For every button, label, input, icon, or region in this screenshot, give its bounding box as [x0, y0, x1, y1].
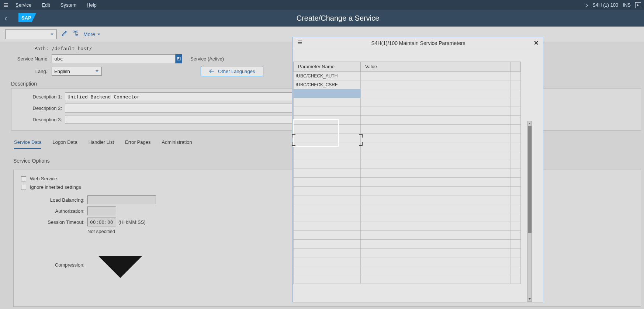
svg-text:SAP: SAP: [21, 15, 31, 21]
param-cell[interactable]: /UBC/CHECK_CSRF: [294, 80, 361, 89]
value-cell[interactable]: [361, 72, 510, 80]
path-value: /default_host/: [52, 46, 92, 51]
title-bar: ‹ SAP Create/Change a Service: [0, 10, 644, 27]
table-row[interactable]: [294, 133, 521, 142]
parameters-dialog: S4H(1)/100 Maintain Service Parameters ✕…: [292, 37, 543, 302]
desc2-label: Description 2:: [11, 105, 65, 111]
table-scrollbar[interactable]: [527, 121, 532, 302]
f4-help-icon[interactable]: [175, 54, 182, 63]
svg-rect-2: [73, 31, 75, 32]
desc3-field[interactable]: [65, 115, 297, 124]
tab-service-data[interactable]: Service Data: [14, 139, 41, 149]
table-row[interactable]: [294, 204, 521, 213]
table-row[interactable]: [294, 195, 521, 204]
menu-bar: Service Edit System Help › S4H (1) 100 I…: [0, 0, 644, 10]
tree-icon[interactable]: [72, 30, 79, 38]
command-field[interactable]: [5, 29, 57, 39]
svg-rect-3: [76, 31, 78, 32]
session-timeout-suffix: (HH:MM:SS): [118, 219, 146, 225]
service-status: Service (Active): [190, 56, 224, 62]
continue-icon[interactable]: ›: [586, 2, 588, 8]
load-balancing-field[interactable]: [87, 195, 156, 204]
close-icon[interactable]: ✕: [534, 39, 539, 46]
tab-handler-list[interactable]: Handler List: [89, 139, 114, 149]
desc3-label: Description 3:: [11, 117, 65, 122]
param-cell[interactable]: /UBC/CHECK_AUTH: [294, 72, 361, 80]
table-row[interactable]: [294, 160, 521, 169]
lang-label: Lang.:: [0, 69, 52, 74]
table-row[interactable]: [294, 151, 521, 160]
col-value[interactable]: Value: [361, 62, 510, 72]
session-timeout-field[interactable]: 00:00:00: [87, 218, 116, 226]
tab-administration[interactable]: Administration: [162, 139, 192, 149]
page-title: Create/Change a Service: [36, 14, 640, 22]
menu-system[interactable]: System: [55, 2, 82, 8]
table-row[interactable]: [294, 125, 521, 133]
menu-service[interactable]: Service: [10, 2, 37, 8]
parameters-table: Parameter Name Value /UBC/CHECK_AUTH /UB…: [293, 62, 521, 284]
hamburger-icon[interactable]: [3, 2, 10, 8]
table-row[interactable]: [294, 257, 521, 266]
tab-error-pages[interactable]: Error Pages: [125, 139, 150, 149]
sap-logo: SAP: [18, 13, 36, 24]
table-row[interactable]: /UBC/CHECK_AUTH: [294, 72, 521, 80]
table-row[interactable]: [294, 213, 521, 222]
panel-title: S4H(1)/100 Maintain Service Parameters: [303, 40, 534, 46]
table-row[interactable]: [294, 222, 521, 231]
authorization-label: Authorization:: [14, 208, 87, 214]
value-cell[interactable]: [361, 80, 510, 89]
table-row[interactable]: [294, 275, 521, 284]
menu-edit[interactable]: Edit: [37, 2, 55, 8]
path-label: Path:: [0, 46, 52, 51]
table-row[interactable]: [294, 98, 521, 107]
system-label: S4H (1) 100: [592, 2, 618, 8]
ignore-inherited-label: Ignore inherited settings: [30, 184, 81, 190]
lang-dropdown[interactable]: English: [52, 67, 102, 76]
panel-menu-icon[interactable]: [297, 39, 303, 47]
table-row[interactable]: [294, 89, 521, 98]
authorization-field[interactable]: [87, 206, 116, 215]
exit-icon[interactable]: [635, 2, 641, 8]
value-cell[interactable]: [361, 89, 510, 98]
param-cell-selected[interactable]: [294, 89, 361, 98]
menu-help[interactable]: Help: [82, 2, 102, 8]
ignore-inherited-checkbox[interactable]: [21, 185, 26, 190]
table-row[interactable]: [294, 116, 521, 125]
desc1-label: Description 1:: [11, 94, 65, 100]
desc1-field[interactable]: Unified Backend Connector: [65, 92, 297, 101]
service-name-label: Service Name:: [0, 56, 52, 62]
web-service-label: Web Service: [30, 176, 57, 181]
svg-rect-6: [177, 57, 179, 59]
mode-label: INS: [623, 2, 631, 8]
web-service-checkbox[interactable]: [21, 176, 26, 181]
col-spacer: [510, 62, 521, 72]
desc2-field[interactable]: [65, 104, 297, 112]
more-menu[interactable]: More: [83, 31, 101, 37]
toggle-display-icon[interactable]: [61, 30, 68, 38]
svg-rect-4: [76, 34, 78, 36]
tab-logon-data[interactable]: Logon Data: [52, 139, 77, 149]
table-row[interactable]: [294, 107, 521, 116]
session-timeout-label: Session Timeout:: [14, 219, 87, 225]
table-row[interactable]: [294, 266, 521, 275]
table-row[interactable]: [294, 240, 521, 249]
table-row[interactable]: [294, 249, 521, 257]
compression-label: Compression:: [14, 262, 87, 268]
service-name-field[interactable]: ubc: [52, 54, 175, 63]
table-row[interactable]: [294, 142, 521, 151]
table-row[interactable]: [294, 178, 521, 187]
load-balancing-label: Load Balancing:: [14, 197, 87, 203]
table-row[interactable]: [294, 169, 521, 178]
other-languages-button[interactable]: Other Languages: [201, 66, 263, 76]
compression-dropdown[interactable]: Not specified: [87, 229, 153, 301]
table-row[interactable]: [294, 187, 521, 195]
table-row[interactable]: [294, 231, 521, 240]
col-parameter-name[interactable]: Parameter Name: [294, 62, 361, 72]
table-row[interactable]: /UBC/CHECK_CSRF: [294, 80, 521, 89]
back-button[interactable]: ‹: [4, 14, 15, 23]
scrollbar-thumb[interactable]: [528, 126, 532, 233]
